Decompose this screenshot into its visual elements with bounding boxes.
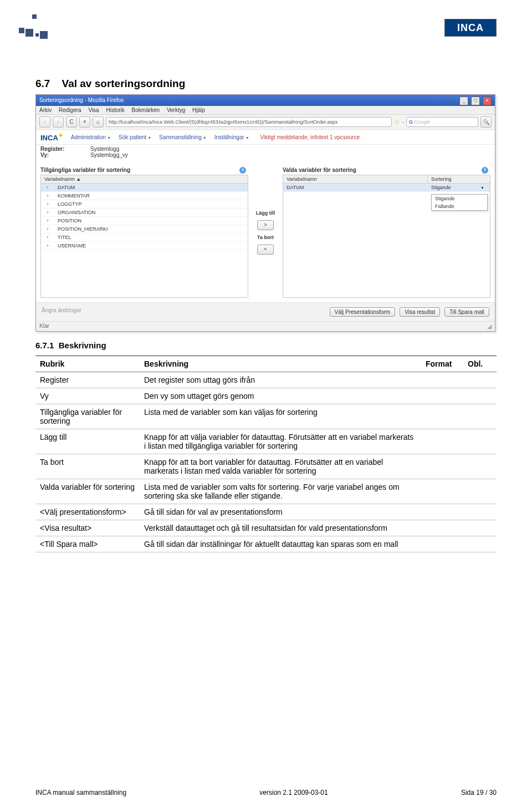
search-box[interactable]: G Google	[406, 117, 478, 127]
table-row: <Till Spara mall>Gå till sidan där instä…	[35, 536, 497, 552]
variable-name[interactable]: LOGGTYP	[54, 200, 248, 208]
sort-direction-cell[interactable]: Stigande▼	[427, 184, 490, 191]
menu-item[interactable]: Redigera	[59, 107, 81, 113]
variable-name[interactable]: POSITION	[54, 217, 248, 225]
column-header[interactable]: Variabelnamn	[283, 175, 427, 183]
selected-variables-panel: Valda variabler för sortering ? Variabel…	[283, 167, 490, 298]
page-header: INCA	[35, 28, 497, 61]
inca-logo: INCA	[444, 19, 497, 37]
expand-icon[interactable]: +	[41, 242, 54, 250]
nav-forward-button[interactable]: ›	[53, 116, 64, 128]
window-maximize-button[interactable]: □	[471, 97, 480, 105]
expand-icon[interactable]: +	[41, 184, 54, 191]
undo-changes-link[interactable]: Ångra ändringar	[42, 307, 81, 313]
menu-item[interactable]: Historik	[106, 107, 124, 113]
bottom-button-bar: Ångra ändringar Välj Presentationsform V…	[36, 302, 495, 321]
app-menu-item[interactable]: Sök patient▼	[119, 134, 151, 140]
th-format: Format	[421, 356, 463, 372]
bookmark-star-icon[interactable]: ☆	[394, 118, 400, 126]
panel-title: Valda variabler för sortering	[283, 167, 356, 174]
window-close-button[interactable]: ×	[483, 97, 492, 105]
column-header[interactable]: Variabelnamn ▲	[41, 175, 248, 183]
app-menu-item[interactable]: Administration▼	[71, 134, 111, 140]
variable-name[interactable]: TITEL	[54, 234, 248, 241]
expand-icon[interactable]: +	[41, 225, 54, 233]
meta-register-value: Systemlogg	[90, 146, 119, 152]
footer-right: Sida 19 / 30	[461, 789, 497, 796]
transfer-buttons: Lägg till > Ta bort <	[252, 167, 279, 298]
help-icon[interactable]: ?	[482, 167, 488, 174]
table-row: Ta bortKnapp för att ta bort variabler f…	[35, 454, 497, 479]
resize-grip-icon[interactable]: ◢	[487, 323, 492, 330]
section-number: 6.7	[35, 78, 50, 89]
app-menubar: INCA✦ Administration▼ Sök patient▼ Samma…	[36, 130, 495, 145]
app-logo: INCA✦	[40, 132, 63, 142]
variable-name[interactable]: KOMMENTAR	[54, 192, 248, 200]
expand-icon[interactable]: +	[41, 192, 54, 200]
variable-name[interactable]: POSITION_HIERARKI	[54, 225, 248, 233]
presentation-form-button[interactable]: Välj Presentationsform	[330, 307, 396, 317]
dropdown-arrow-icon[interactable]: ▼	[480, 186, 484, 190]
variable-name[interactable]: DATUM	[54, 184, 248, 191]
footer-center: version 2.1 2009-03-01	[259, 789, 328, 796]
search-engine-icon: G	[409, 119, 413, 125]
nav-reload-button[interactable]: C	[66, 116, 77, 128]
table-row: Lägg tillKnapp för att välja variabler f…	[35, 429, 497, 454]
app-menu-item[interactable]: Sammanställning▼	[159, 134, 207, 140]
remove-label: Ta bort	[257, 235, 274, 240]
nav-home-button[interactable]: ⌂	[93, 116, 104, 128]
add-button[interactable]: >	[257, 220, 274, 230]
variable-name[interactable]: USERNAME	[54, 242, 248, 250]
panel-title: Tillgängliga variabler för sortering	[40, 167, 130, 174]
browser-menubar: Arkiv Redigera Visa Historik Bokmärken V…	[36, 106, 495, 115]
table-row: <Välj presentationsform>Gå till sidan fö…	[35, 504, 497, 520]
column-header[interactable]: Sortering	[427, 175, 490, 183]
variable-name[interactable]: DATUM	[283, 184, 427, 191]
expand-icon[interactable]: +	[41, 200, 54, 208]
remove-button[interactable]: <	[257, 245, 274, 255]
dropdown-option[interactable]: Stigande	[432, 195, 487, 202]
th-obl: Obl.	[463, 356, 497, 372]
meta-vy-label: Vy:	[40, 152, 90, 158]
menu-item[interactable]: Hjälp	[192, 107, 205, 113]
table-row: Valda variabler för sorteringLista med d…	[35, 479, 497, 504]
nav-back-button[interactable]: ‹	[39, 116, 50, 128]
help-icon[interactable]: ?	[239, 167, 246, 174]
section-title: Val av sorteringsordning	[62, 78, 186, 89]
screenshot: Sorteringsordning - Mozilla Firefox _ □ …	[35, 94, 495, 332]
table-row: <Visa resultat>Verkställ datauttaget och…	[35, 520, 497, 536]
status-text: Klar	[39, 323, 49, 330]
table-row: RegisterDet register som uttag görs ifrå…	[35, 372, 497, 388]
window-title: Sorteringsordning - Mozilla Firefox	[39, 95, 124, 106]
nav-stop-button[interactable]: ×	[79, 116, 90, 128]
menu-item[interactable]: Visa	[88, 107, 99, 113]
table-row: VyDen vy som uttaget görs genom	[35, 388, 497, 404]
url-bar[interactable]: http://localhost/Inca/Inca.Web.Client/(S…	[106, 117, 392, 127]
expand-icon[interactable]: +	[41, 209, 54, 216]
footer-left: INCA manual sammanställning	[35, 789, 126, 796]
window-minimize-button[interactable]: _	[459, 97, 468, 105]
th-rubrik: Rubrik	[35, 356, 140, 372]
expand-icon[interactable]: +	[41, 234, 54, 241]
save-template-button[interactable]: Till Spara mall	[444, 307, 489, 317]
expand-icon[interactable]: +	[41, 217, 54, 225]
sort-dropdown[interactable]: Stigande Fallande	[431, 194, 488, 211]
meta-info: Register: Systemlogg Vy: Systemlogg_vy	[36, 145, 495, 163]
app-menu-item[interactable]: Inställningar▼	[214, 134, 249, 140]
th-beskrivning: Beskrivning	[140, 356, 421, 372]
menu-item[interactable]: Arkiv	[39, 107, 52, 113]
table-row: Tillgängliga variabler för sorteringList…	[35, 404, 497, 429]
search-go-button[interactable]: 🔍	[480, 116, 492, 128]
variable-name[interactable]: ORGANISATION	[54, 209, 248, 216]
meta-register-label: Register:	[40, 146, 90, 152]
browser-navbar: ‹ › C × ⌂ http://localhost/Inca/Inca.Web…	[36, 115, 495, 130]
menu-item[interactable]: Verktyg	[167, 107, 185, 113]
description-table: Rubrik Beskrivning Format Obl. RegisterD…	[35, 356, 497, 552]
dropdown-option[interactable]: Fallande	[432, 202, 487, 210]
meta-vy-value: Systemlogg_vy	[90, 152, 128, 158]
section-heading: 6.7 Val av sorteringsordning	[35, 78, 497, 90]
window-titlebar: Sorteringsordning - Mozilla Firefox _ □ …	[36, 95, 495, 106]
page-footer: INCA manual sammanställning version 2.1 …	[35, 789, 497, 796]
menu-item[interactable]: Bokmärken	[132, 107, 160, 113]
show-result-button[interactable]: Visa resultat	[400, 307, 440, 317]
